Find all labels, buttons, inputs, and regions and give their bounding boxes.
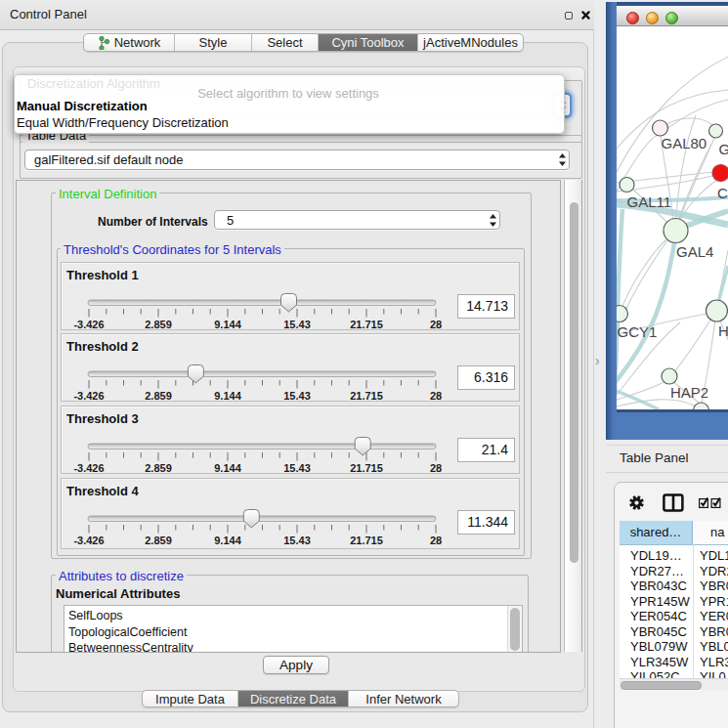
svg-text:21.715: 21.715 bbox=[350, 390, 383, 402]
svg-text:C: C bbox=[717, 185, 728, 201]
svg-text:2.859: 2.859 bbox=[145, 535, 172, 546]
svg-text:2.859: 2.859 bbox=[145, 462, 172, 474]
svg-text:21.715: 21.715 bbox=[350, 462, 383, 474]
svg-text:9.144: 9.144 bbox=[214, 319, 241, 330]
svg-text:21.715: 21.715 bbox=[350, 535, 383, 546]
svg-text:9.144: 9.144 bbox=[214, 390, 241, 402]
svg-text:2.859: 2.859 bbox=[145, 319, 172, 330]
svg-text:2.859: 2.859 bbox=[145, 390, 172, 402]
svg-text:H: H bbox=[718, 322, 728, 339]
svg-text:GAL80: GAL80 bbox=[662, 135, 707, 151]
svg-text:GAL11: GAL11 bbox=[627, 193, 672, 210]
svg-text:15.43: 15.43 bbox=[283, 390, 311, 402]
svg-text:9.144: 9.144 bbox=[214, 462, 241, 474]
svg-text:GAL4: GAL4 bbox=[676, 243, 713, 260]
svg-text:28: 28 bbox=[430, 535, 442, 546]
svg-text:28: 28 bbox=[430, 390, 442, 402]
svg-text:GCY1: GCY1 bbox=[618, 323, 658, 340]
svg-text:-3.426: -3.426 bbox=[73, 390, 104, 402]
svg-text:GA: GA bbox=[719, 141, 728, 157]
svg-text:-3.426: -3.426 bbox=[73, 319, 104, 330]
svg-text:HAP2: HAP2 bbox=[670, 384, 708, 401]
svg-text:-3.426: -3.426 bbox=[73, 535, 104, 546]
svg-text:9.144: 9.144 bbox=[214, 535, 241, 546]
svg-text:28: 28 bbox=[430, 462, 442, 474]
svg-text:21.715: 21.715 bbox=[350, 319, 383, 330]
svg-text:-3.426: -3.426 bbox=[73, 462, 104, 474]
svg-text:28: 28 bbox=[430, 319, 442, 330]
svg-text:15.43: 15.43 bbox=[283, 535, 311, 546]
svg-text:15.43: 15.43 bbox=[283, 319, 311, 330]
svg-text:15.43: 15.43 bbox=[283, 462, 311, 474]
